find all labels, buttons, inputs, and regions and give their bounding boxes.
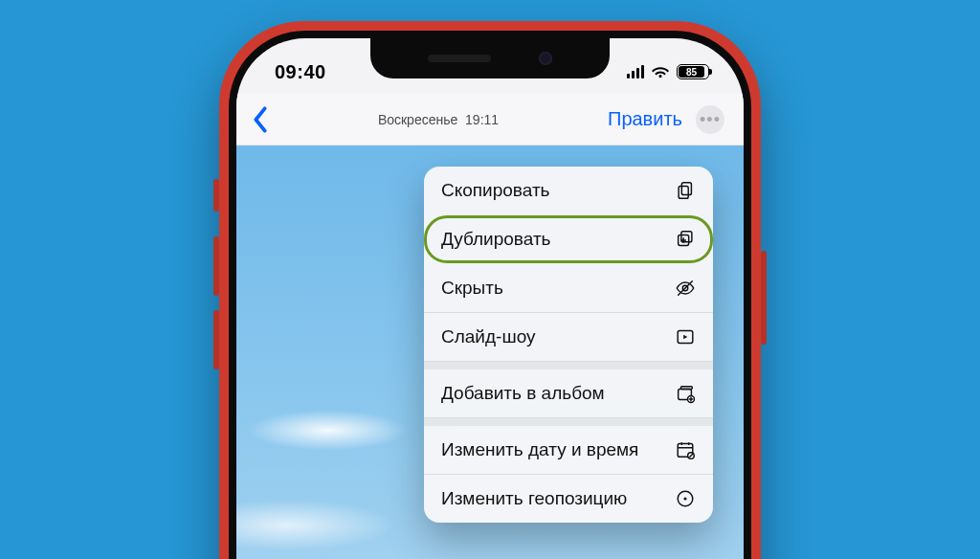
menu-item[interactable]: Дублировать xyxy=(424,215,713,264)
more-button[interactable]: ••• xyxy=(696,105,724,134)
phone-bezel: 09:40 85 xyxy=(229,31,751,559)
nav-title: Воскресенье 19:11 xyxy=(378,112,499,127)
earpiece xyxy=(428,55,491,62)
screen: 09:40 85 xyxy=(236,38,744,559)
nav-title-time: 19:11 xyxy=(465,112,499,127)
power-button[interactable] xyxy=(761,251,767,345)
menu-item-label: Изменить геопозицию xyxy=(441,488,627,509)
edit-geo-icon xyxy=(675,488,696,509)
svg-rect-7 xyxy=(680,387,692,390)
menu-item-label: Скрыть xyxy=(441,278,503,299)
volume-up-button[interactable] xyxy=(213,236,219,296)
status-time: 09:40 xyxy=(275,61,326,83)
menu-item-label: Изменить дату и время xyxy=(441,439,638,460)
nav-bar: Воскресенье 19:11 Править ••• xyxy=(236,94,744,145)
battery-icon: 85 xyxy=(677,64,709,79)
menu-item[interactable]: Добавить в альбом xyxy=(424,369,713,418)
volume-down-button[interactable] xyxy=(213,310,219,369)
menu-item[interactable]: Скопировать xyxy=(424,167,713,215)
hide-icon xyxy=(675,278,696,299)
front-camera xyxy=(539,52,552,65)
duplicate-icon xyxy=(675,229,696,250)
context-menu: СкопироватьДублироватьСкрытьСлайд-шоуДоб… xyxy=(424,167,713,523)
edit-date-icon xyxy=(675,439,696,460)
svg-rect-0 xyxy=(681,183,691,195)
menu-item[interactable]: Изменить дату и время xyxy=(424,426,713,475)
nav-title-day: Воскресенье xyxy=(378,112,457,127)
phone-frame: 09:40 85 xyxy=(219,21,761,559)
copy-icon xyxy=(675,180,696,201)
menu-item-label: Скопировать xyxy=(441,180,549,201)
back-button[interactable] xyxy=(252,106,269,133)
slideshow-icon xyxy=(675,326,696,347)
svg-point-12 xyxy=(683,497,686,500)
svg-rect-1 xyxy=(679,186,688,198)
menu-item-label: Дублировать xyxy=(441,229,551,250)
menu-separator xyxy=(424,362,713,369)
wifi-icon xyxy=(651,65,670,78)
edit-button[interactable]: Править xyxy=(608,108,682,130)
menu-item-label: Добавить в альбом xyxy=(441,383,605,404)
mute-switch[interactable] xyxy=(213,179,219,212)
cellular-icon xyxy=(627,65,644,78)
menu-separator xyxy=(424,418,713,426)
menu-item[interactable]: Слайд-шоу xyxy=(424,313,713,362)
menu-item[interactable]: Скрыть xyxy=(424,264,713,313)
status-icons: 85 xyxy=(627,64,709,79)
menu-item-label: Слайд-шоу xyxy=(441,326,536,347)
add-album-icon xyxy=(675,383,696,404)
battery-percent: 85 xyxy=(686,67,697,78)
notch xyxy=(370,38,610,78)
menu-item[interactable]: Изменить геопозицию xyxy=(424,475,713,523)
